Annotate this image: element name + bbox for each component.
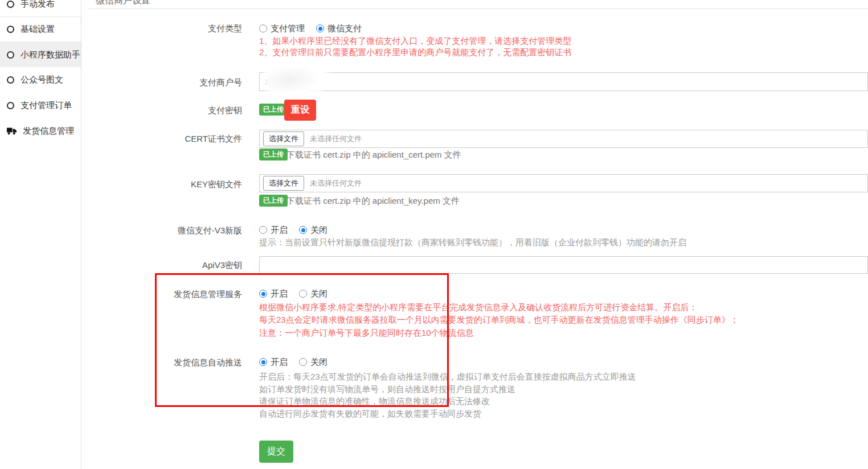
v3-label: 微信支付-V3新版 <box>81 225 242 236</box>
radio-option-label: 关闭 <box>310 357 327 368</box>
main-content: 微信商户设置 支付类型 支付管理 微信支付 1、如果小程序里已经没有了微信支付入… <box>81 0 868 469</box>
circle-icon <box>7 26 14 33</box>
submit-button[interactable]: 提交 <box>259 441 293 463</box>
sidebar-item-payment-orders[interactable]: 支付管理订单 <box>0 93 81 118</box>
circle-icon <box>7 102 14 109</box>
shipping-push-label: 发货信息自动推送 <box>81 357 242 368</box>
radio-option-label: 开启 <box>271 289 288 299</box>
radio-icon[interactable] <box>316 24 324 32</box>
sidebar-item-label: 手动发布 <box>21 0 55 10</box>
radio-option-label: 微信支付 <box>327 23 362 34</box>
uploaded-badge: 已上传 <box>259 149 288 161</box>
no-file-text: 未选择任何文件 <box>310 134 362 144</box>
pay-key-label: 支付密钥 <box>81 105 242 116</box>
shipping-service-radio-group: 开启 关闭 <box>259 288 327 299</box>
sidebar-item-miniprogram-data-assistant[interactable]: 小程序数据助手 <box>0 42 81 67</box>
sidebar-item-label: 发货信息管理 <box>23 126 74 137</box>
pay-type-radio-group: 支付管理 微信支付 <box>259 23 362 34</box>
apiv3-key-input[interactable] <box>259 256 868 274</box>
title-divider <box>88 9 868 9</box>
wechat-merchant-settings-page: 手动发布 基础设置 小程序数据助手 公众号图文 支付管理订单 <box>0 0 868 469</box>
merchant-id-input[interactable] <box>259 72 868 91</box>
radio-option-v3-on[interactable]: 开启 <box>259 225 288 236</box>
sidebar-item-label: 小程序数据助手 <box>21 50 80 60</box>
radio-option-pay-management[interactable]: 支付管理 <box>259 23 305 34</box>
radio-option-label: 关闭 <box>310 225 327 236</box>
sidebar-item-official-account-articles[interactable]: 公众号图文 <box>0 67 81 92</box>
no-file-text: 未选择任何文件 <box>310 178 362 188</box>
key-file-input[interactable]: 选择文件 未选择任何文件 <box>259 174 868 192</box>
pay-type-label: 支付类型 <box>81 23 242 34</box>
cert-file-label: CERT证书文件 <box>81 133 242 145</box>
shipping-service-hints: 根据微信小程序要求,特定类型的小程序需要在平台完成发货信息录入及确认收货流程后方… <box>259 301 739 339</box>
reset-key-button[interactable]: 重设 <box>284 100 316 121</box>
radio-option-label: 开启 <box>271 357 288 368</box>
apiv3-key-label: ApiV3密钥 <box>81 260 242 271</box>
cert-file-hint: 下载证书 cert.zip 中的 apiclient_cert.pem 文件 <box>286 150 461 161</box>
pay-type-hint-2: 2、支付管理目前只需要配置小程序里申请的商户号就能支付了，无需配置密钥证书 <box>259 47 571 58</box>
radio-icon[interactable] <box>299 226 307 234</box>
circle-icon <box>7 76 14 84</box>
choose-file-button[interactable]: 选择文件 <box>263 131 304 146</box>
sidebar-item-label: 公众号图文 <box>21 75 63 85</box>
shipping-service-hint-3: 注意：一个商户订单号下最多只能同时存在10个物流信息 <box>259 327 739 339</box>
radio-option-v3-off[interactable]: 关闭 <box>299 225 327 236</box>
shipping-push-radio-group: 开启 关闭 <box>259 356 327 368</box>
key-file-label: KEY密钥文件 <box>81 179 242 190</box>
shipping-service-hint-1: 根据微信小程序要求,特定类型的小程序需要在平台完成发货信息录入及确认收货流程后方… <box>259 301 739 314</box>
radio-option-label: 支付管理 <box>271 23 305 34</box>
choose-file-button[interactable]: 选择文件 <box>263 176 304 191</box>
sidebar-item-manual-publish[interactable]: 手动发布 <box>0 0 81 17</box>
cert-file-input[interactable]: 选择文件 未选择任何文件 <box>259 130 868 148</box>
radio-option-label: 关闭 <box>310 289 327 299</box>
merchant-id-label: 支付商户号 <box>81 77 242 88</box>
radio-icon[interactable] <box>259 290 267 298</box>
sidebar: 手动发布 基础设置 小程序数据助手 公众号图文 支付管理订单 <box>0 0 81 469</box>
radio-option-shipping-service-off[interactable]: 关闭 <box>299 289 327 299</box>
radio-option-shipping-push-on[interactable]: 开启 <box>259 357 288 368</box>
sidebar-item-label: 支付管理订单 <box>21 100 72 111</box>
radio-icon[interactable] <box>259 358 267 366</box>
v3-hint: 提示：当前设置只针对新版微信提现打款（商家转账到零钱功能），用着旧版（企业付款到… <box>259 237 686 248</box>
key-file-hint: 下载证书 cert.zip 中的 apiclient_key.pem 文件 <box>286 196 460 207</box>
circle-icon <box>7 1 14 8</box>
shipping-push-hint-1: 开启后：每天23点可发货的订单会自动推送到微信，虚拟订单支付后会直接按虚拟商品方… <box>259 371 636 383</box>
truck-icon <box>7 127 17 135</box>
radio-icon[interactable] <box>259 24 267 32</box>
page-title: 微信商户设置 <box>96 0 150 7</box>
pay-type-hint-1: 1、如果小程序里已经没有了微信支付入口，变成了支付管理，请选择支付管理类型 <box>259 35 571 47</box>
shipping-service-label: 发货信息管理服务 <box>81 289 242 300</box>
uploaded-badge: 已上传 <box>259 195 288 207</box>
radio-option-shipping-service-on[interactable]: 开启 <box>259 289 288 299</box>
shipping-push-hint-4: 自动进行同步发货有失败的可能，如失败需要手动同步发货 <box>259 408 636 420</box>
sidebar-item-shipping-info[interactable]: 发货信息管理 <box>0 118 81 143</box>
radio-icon[interactable] <box>299 290 307 298</box>
shipping-push-hint-3: 请保证订单物流信息的准确性，物流信息推送成功后无法修改 <box>259 395 636 408</box>
shipping-push-hint-2: 如订单发货时没有填写物流单号，则自动推送时按用户自提方式推送 <box>259 383 636 396</box>
radio-icon[interactable] <box>299 358 307 366</box>
shipping-push-hints: 开启后：每天23点可发货的订单会自动推送到微信，虚拟订单支付后会直接按虚拟商品方… <box>259 371 636 419</box>
shipping-service-hint-2: 每天23点会定时请求微信服务器拉取一个月以内需要发货的订单到商城，也可手动更新在… <box>259 314 739 326</box>
circle-icon <box>7 51 14 59</box>
radio-icon[interactable] <box>259 226 267 234</box>
sidebar-item-basic-settings[interactable]: 基础设置 <box>0 17 81 42</box>
radio-option-wechat-pay[interactable]: 微信支付 <box>316 23 362 34</box>
radio-option-shipping-push-off[interactable]: 关闭 <box>299 357 327 368</box>
radio-option-label: 开启 <box>271 225 288 236</box>
sidebar-item-label: 基础设置 <box>21 24 55 35</box>
v3-radio-group: 开启 关闭 <box>259 224 327 236</box>
uploaded-badge: 已上传 <box>259 104 288 116</box>
